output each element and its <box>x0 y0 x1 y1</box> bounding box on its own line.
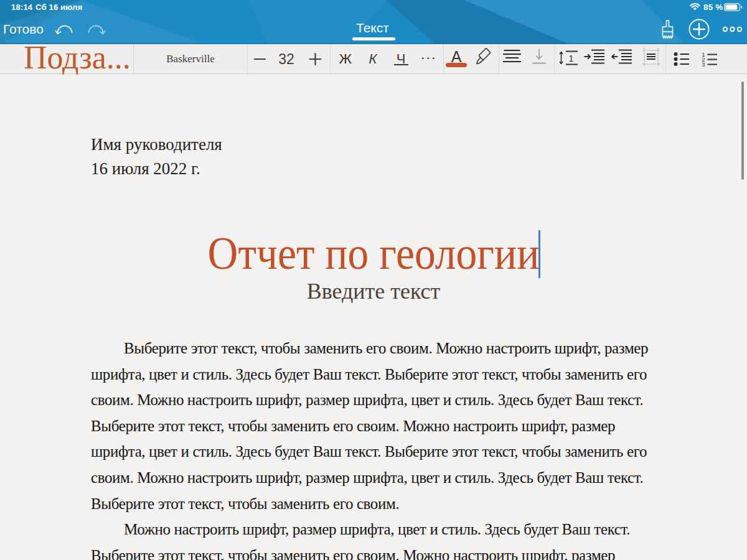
svg-text:1: 1 <box>568 53 573 63</box>
svg-text:3: 3 <box>702 61 705 67</box>
svg-text:32: 32 <box>278 51 294 67</box>
